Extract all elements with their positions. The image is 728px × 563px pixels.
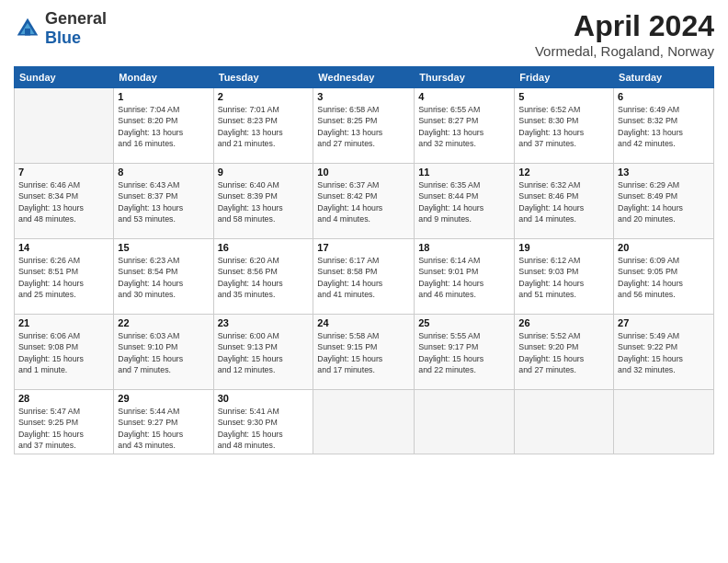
calendar-cell: 10Sunrise: 6:37 AMSunset: 8:42 PMDayligh… xyxy=(313,164,415,239)
col-saturday: Saturday xyxy=(614,67,714,88)
day-number: 9 xyxy=(218,167,310,178)
calendar-cell: 15Sunrise: 6:23 AMSunset: 8:54 PMDayligh… xyxy=(114,239,213,315)
calendar-cell: 7Sunrise: 6:46 AMSunset: 8:34 PMDaylight… xyxy=(15,164,114,239)
col-thursday: Thursday xyxy=(415,67,515,88)
day-number: 27 xyxy=(618,317,710,328)
calendar-cell: 3Sunrise: 6:58 AMSunset: 8:25 PMDaylight… xyxy=(313,88,415,164)
day-info: Sunrise: 6:40 AMSunset: 8:39 PMDaylight:… xyxy=(218,179,310,224)
day-number: 13 xyxy=(618,167,710,178)
day-info: Sunrise: 6:23 AMSunset: 8:54 PMDaylight:… xyxy=(118,255,209,300)
logo-blue-text: Blue xyxy=(45,29,107,48)
day-number: 7 xyxy=(18,167,109,178)
day-info: Sunrise: 6:35 AMSunset: 8:44 PMDaylight:… xyxy=(418,179,510,224)
day-info: Sunrise: 5:47 AMSunset: 9:25 PMDaylight:… xyxy=(18,406,109,451)
day-info: Sunrise: 6:26 AMSunset: 8:51 PMDaylight:… xyxy=(18,255,109,300)
day-number: 11 xyxy=(418,167,510,178)
logo-general-text: General xyxy=(45,9,107,29)
day-info: Sunrise: 6:29 AMSunset: 8:49 PMDaylight:… xyxy=(618,179,710,224)
day-number: 16 xyxy=(218,242,310,253)
day-info: Sunrise: 6:46 AMSunset: 8:34 PMDaylight:… xyxy=(18,179,109,224)
day-number: 8 xyxy=(118,167,209,178)
calendar-cell: 24Sunrise: 5:58 AMSunset: 9:15 PMDayligh… xyxy=(313,315,415,390)
day-number: 20 xyxy=(618,242,710,253)
calendar-cell: 16Sunrise: 6:20 AMSunset: 8:56 PMDayligh… xyxy=(213,239,313,315)
calendar-cell: 14Sunrise: 6:26 AMSunset: 8:51 PMDayligh… xyxy=(15,239,114,315)
day-info: Sunrise: 6:03 AMSunset: 9:10 PMDaylight:… xyxy=(118,330,209,375)
calendar-cell xyxy=(515,390,614,454)
col-friday: Friday xyxy=(515,67,614,88)
location: Vormedal, Rogaland, Norway xyxy=(535,43,714,59)
day-info: Sunrise: 5:41 AMSunset: 9:30 PMDaylight:… xyxy=(218,406,310,451)
logo: General Blue xyxy=(14,9,107,48)
calendar-cell xyxy=(313,390,415,454)
day-info: Sunrise: 6:12 AMSunset: 9:03 PMDaylight:… xyxy=(518,255,609,300)
calendar-cell: 23Sunrise: 6:00 AMSunset: 9:13 PMDayligh… xyxy=(213,315,313,390)
calendar-cell: 5Sunrise: 6:52 AMSunset: 8:30 PMDaylight… xyxy=(515,88,614,164)
col-wednesday: Wednesday xyxy=(313,67,415,88)
calendar-cell: 11Sunrise: 6:35 AMSunset: 8:44 PMDayligh… xyxy=(415,164,515,239)
day-info: Sunrise: 6:52 AMSunset: 8:30 PMDaylight:… xyxy=(518,104,609,149)
calendar-header-row: Sunday Monday Tuesday Wednesday Thursday… xyxy=(15,67,714,88)
calendar-cell: 29Sunrise: 5:44 AMSunset: 9:27 PMDayligh… xyxy=(114,390,213,454)
calendar-cell: 4Sunrise: 6:55 AMSunset: 8:27 PMDaylight… xyxy=(415,88,515,164)
day-number: 19 xyxy=(518,242,609,253)
day-number: 4 xyxy=(418,91,510,102)
day-number: 1 xyxy=(118,91,209,102)
day-info: Sunrise: 6:20 AMSunset: 8:56 PMDaylight:… xyxy=(218,255,310,300)
day-info: Sunrise: 5:52 AMSunset: 9:20 PMDaylight:… xyxy=(518,330,609,375)
calendar-cell: 27Sunrise: 5:49 AMSunset: 9:22 PMDayligh… xyxy=(614,315,714,390)
day-info: Sunrise: 5:58 AMSunset: 9:15 PMDaylight:… xyxy=(317,330,410,375)
day-info: Sunrise: 7:01 AMSunset: 8:23 PMDaylight:… xyxy=(218,104,310,149)
day-number: 29 xyxy=(118,393,209,404)
col-tuesday: Tuesday xyxy=(213,67,313,88)
day-number: 3 xyxy=(317,91,410,102)
calendar-cell: 8Sunrise: 6:43 AMSunset: 8:37 PMDaylight… xyxy=(114,164,213,239)
calendar-cell: 2Sunrise: 7:01 AMSunset: 8:23 PMDaylight… xyxy=(213,88,313,164)
day-number: 5 xyxy=(518,91,609,102)
calendar-cell xyxy=(15,88,114,164)
day-number: 26 xyxy=(518,317,609,328)
day-info: Sunrise: 5:49 AMSunset: 9:22 PMDaylight:… xyxy=(618,330,710,375)
logo-text: General Blue xyxy=(45,9,107,48)
day-number: 2 xyxy=(218,91,310,102)
day-number: 12 xyxy=(518,167,609,178)
day-number: 6 xyxy=(618,91,710,102)
day-info: Sunrise: 6:32 AMSunset: 8:46 PMDaylight:… xyxy=(518,179,609,224)
month-title: April 2024 xyxy=(535,9,714,43)
calendar-cell: 25Sunrise: 5:55 AMSunset: 9:17 PMDayligh… xyxy=(415,315,515,390)
day-info: Sunrise: 6:00 AMSunset: 9:13 PMDaylight:… xyxy=(218,330,310,375)
calendar-cell: 6Sunrise: 6:49 AMSunset: 8:32 PMDaylight… xyxy=(614,88,714,164)
calendar-cell: 19Sunrise: 6:12 AMSunset: 9:03 PMDayligh… xyxy=(515,239,614,315)
calendar-cell: 26Sunrise: 5:52 AMSunset: 9:20 PMDayligh… xyxy=(515,315,614,390)
calendar-week-3: 14Sunrise: 6:26 AMSunset: 8:51 PMDayligh… xyxy=(15,239,714,315)
calendar-cell: 30Sunrise: 5:41 AMSunset: 9:30 PMDayligh… xyxy=(213,390,313,454)
calendar-cell: 20Sunrise: 6:09 AMSunset: 9:05 PMDayligh… xyxy=(614,239,714,315)
day-info: Sunrise: 7:04 AMSunset: 8:20 PMDaylight:… xyxy=(118,104,209,149)
day-info: Sunrise: 6:55 AMSunset: 8:27 PMDaylight:… xyxy=(418,104,510,149)
calendar-cell: 18Sunrise: 6:14 AMSunset: 9:01 PMDayligh… xyxy=(415,239,515,315)
day-info: Sunrise: 6:06 AMSunset: 9:08 PMDaylight:… xyxy=(18,330,109,375)
header: General Blue April 2024 Vormedal, Rogala… xyxy=(14,9,714,59)
logo-icon xyxy=(14,15,41,42)
calendar-cell xyxy=(415,390,515,454)
calendar-week-1: 1Sunrise: 7:04 AMSunset: 8:20 PMDaylight… xyxy=(15,88,714,164)
day-number: 30 xyxy=(218,393,310,404)
day-info: Sunrise: 6:17 AMSunset: 8:58 PMDaylight:… xyxy=(317,255,410,300)
day-info: Sunrise: 6:37 AMSunset: 8:42 PMDaylight:… xyxy=(317,179,410,224)
page: General Blue April 2024 Vormedal, Rogala… xyxy=(0,0,728,563)
day-number: 24 xyxy=(317,317,410,328)
day-info: Sunrise: 6:09 AMSunset: 9:05 PMDaylight:… xyxy=(618,255,710,300)
calendar-week-2: 7Sunrise: 6:46 AMSunset: 8:34 PMDaylight… xyxy=(15,164,714,239)
calendar-cell xyxy=(614,390,714,454)
calendar-cell: 21Sunrise: 6:06 AMSunset: 9:08 PMDayligh… xyxy=(15,315,114,390)
day-number: 25 xyxy=(418,317,510,328)
day-info: Sunrise: 5:44 AMSunset: 9:27 PMDaylight:… xyxy=(118,406,209,451)
day-number: 10 xyxy=(317,167,410,178)
day-info: Sunrise: 5:55 AMSunset: 9:17 PMDaylight:… xyxy=(418,330,510,375)
day-info: Sunrise: 6:49 AMSunset: 8:32 PMDaylight:… xyxy=(618,104,710,149)
col-monday: Monday xyxy=(114,67,213,88)
day-number: 18 xyxy=(418,242,510,253)
calendar-cell: 9Sunrise: 6:40 AMSunset: 8:39 PMDaylight… xyxy=(213,164,313,239)
svg-rect-2 xyxy=(25,29,30,36)
calendar-cell: 28Sunrise: 5:47 AMSunset: 9:25 PMDayligh… xyxy=(15,390,114,454)
